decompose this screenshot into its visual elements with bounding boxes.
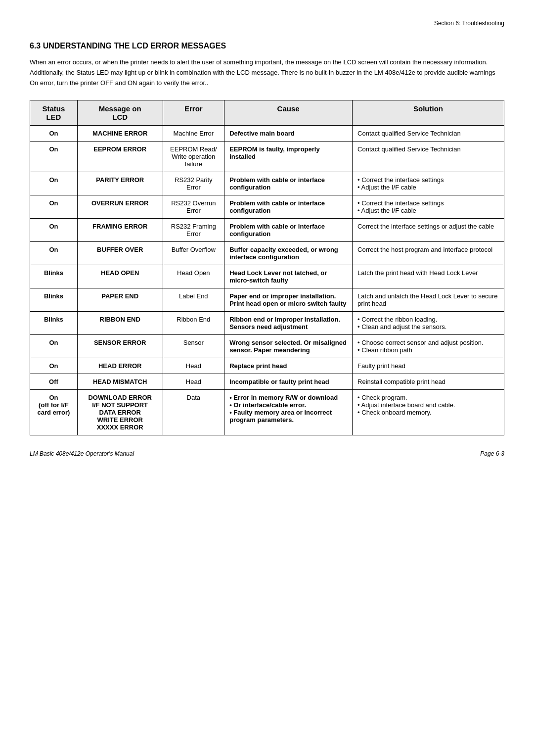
header-cause: Cause — [224, 100, 353, 126]
cell-solution: • Choose correct sensor and adjust posit… — [353, 335, 504, 358]
header-solution: Solution — [353, 100, 504, 126]
table-row: OnMACHINE ERRORMachine ErrorDefective ma… — [30, 126, 504, 142]
footer-right: Page 6-3 — [480, 450, 504, 457]
cell-cause: Problem with cable or interface configur… — [224, 195, 353, 219]
table-row: OnPARITY ERRORRS232 Parity ErrorProblem … — [30, 172, 504, 195]
cell-error: RS232 Parity Error — [163, 172, 224, 195]
cell-status-led: On — [30, 195, 78, 219]
cell-solution: Correct the interface settings or adjust… — [353, 219, 504, 242]
cell-message-lcd: EEPROM ERROR — [77, 142, 163, 172]
table-row: OnSENSOR ERRORSensorWrong sensor selecte… — [30, 335, 504, 358]
cell-error: Data — [163, 390, 224, 435]
cell-cause: Head Lock Lever not latched, or micro-sw… — [224, 265, 353, 288]
table-row: OffHEAD MISMATCHHeadIncompatible or faul… — [30, 374, 504, 390]
error-table: StatusLED Message onLCD Error Cause Solu… — [30, 100, 504, 435]
cell-solution: • Correct the interface settings • Adjus… — [353, 172, 504, 195]
cell-cause: Buffer capacity exceeded, or wrong inter… — [224, 242, 353, 265]
cell-cause: Ribbon end or improper installation. Sen… — [224, 312, 353, 335]
table-row: OnOVERRUN ERRORRS232 Overrun ErrorProble… — [30, 195, 504, 219]
cell-message-lcd: PAPER END — [77, 288, 163, 312]
cell-message-lcd: DOWNLOAD ERROR I/F NOT SUPPORT DATA ERRO… — [77, 390, 163, 435]
table-row: OnBUFFER OVERBuffer OverflowBuffer capac… — [30, 242, 504, 265]
cell-error: RS232 Framing Error — [163, 219, 224, 242]
cell-status-led: On — [30, 126, 78, 142]
cell-solution: Correct the host program and interface p… — [353, 242, 504, 265]
cell-cause: Wrong sensor selected. Or misaligned sen… — [224, 335, 353, 358]
cell-solution: • Correct the ribbon loading. • Clean an… — [353, 312, 504, 335]
cell-message-lcd: OVERRUN ERROR — [77, 195, 163, 219]
table-row: OnFRAMING ERRORRS232 Framing ErrorProble… — [30, 219, 504, 242]
cell-error: Machine Error — [163, 126, 224, 142]
section-title: 6.3 UNDERSTANDING THE LCD ERROR MESSAGES — [30, 42, 504, 50]
cell-solution: Contact qualified Service Technician — [353, 142, 504, 172]
cell-status-led: On (off for I/F card error) — [30, 390, 78, 435]
table-row: OnHEAD ERRORHeadReplace print headFaulty… — [30, 358, 504, 374]
cell-status-led: Off — [30, 374, 78, 390]
cell-message-lcd: BUFFER OVER — [77, 242, 163, 265]
cell-solution: • Check program. • Adjust interface boar… — [353, 390, 504, 435]
header-section: Section 6: Troubleshooting — [30, 20, 504, 27]
section-label: Section 6: Troubleshooting — [434, 20, 504, 27]
footer-left: LM Basic 408e/412e Operator's Manual — [30, 450, 134, 457]
cell-error: Sensor — [163, 335, 224, 358]
cell-status-led: On — [30, 335, 78, 358]
cell-cause: Incompatible or faulty print head — [224, 374, 353, 390]
cell-message-lcd: HEAD ERROR — [77, 358, 163, 374]
cell-error: Head Open — [163, 265, 224, 288]
cell-solution: • Correct the interface settings • Adjus… — [353, 195, 504, 219]
cell-status-led: Blinks — [30, 312, 78, 335]
cell-error: Label End — [163, 288, 224, 312]
header-error: Error — [163, 100, 224, 126]
intro-paragraph: When an error occurs, or when the printe… — [30, 57, 504, 88]
cell-message-lcd: MACHINE ERROR — [77, 126, 163, 142]
cell-status-led: On — [30, 242, 78, 265]
cell-message-lcd: HEAD MISMATCH — [77, 374, 163, 390]
cell-solution: Faulty print head — [353, 358, 504, 374]
cell-cause: • Error in memory R/W or download • Or i… — [224, 390, 353, 435]
cell-cause: Problem with cable or interface configur… — [224, 219, 353, 242]
cell-status-led: On — [30, 358, 78, 374]
table-row: OnEEPROM ERROREEPROM Read/ Write operati… — [30, 142, 504, 172]
cell-error: Ribbon End — [163, 312, 224, 335]
cell-status-led: Blinks — [30, 265, 78, 288]
cell-solution: Contact qualified Service Technician — [353, 126, 504, 142]
table-row: On (off for I/F card error)DOWNLOAD ERRO… — [30, 390, 504, 435]
cell-cause: Paper end or improper installation. Prin… — [224, 288, 353, 312]
cell-cause: EEPROM is faulty, improperly installed — [224, 142, 353, 172]
cell-cause: Replace print head — [224, 358, 353, 374]
cell-error: Buffer Overflow — [163, 242, 224, 265]
cell-cause: Problem with cable or interface configur… — [224, 172, 353, 195]
cell-solution: Reinstall compatible print head — [353, 374, 504, 390]
table-row: BlinksHEAD OPENHead OpenHead Lock Lever … — [30, 265, 504, 288]
cell-message-lcd: RIBBON END — [77, 312, 163, 335]
cell-message-lcd: HEAD OPEN — [77, 265, 163, 288]
header-status-led: StatusLED — [30, 100, 78, 126]
cell-error: EEPROM Read/ Write operation failure — [163, 142, 224, 172]
cell-error: Head — [163, 358, 224, 374]
cell-error: Head — [163, 374, 224, 390]
cell-message-lcd: PARITY ERROR — [77, 172, 163, 195]
cell-message-lcd: FRAMING ERROR — [77, 219, 163, 242]
table-header-row: StatusLED Message onLCD Error Cause Solu… — [30, 100, 504, 126]
cell-cause: Defective main board — [224, 126, 353, 142]
table-row: BlinksRIBBON ENDRibbon EndRibbon end or … — [30, 312, 504, 335]
cell-status-led: On — [30, 219, 78, 242]
cell-error: RS232 Overrun Error — [163, 195, 224, 219]
cell-status-led: On — [30, 142, 78, 172]
cell-solution: Latch and unlatch the Head Lock Lever to… — [353, 288, 504, 312]
cell-status-led: Blinks — [30, 288, 78, 312]
footer: LM Basic 408e/412e Operator's Manual Pag… — [30, 450, 504, 457]
cell-status-led: On — [30, 172, 78, 195]
header-message-lcd: Message onLCD — [77, 100, 163, 126]
cell-message-lcd: SENSOR ERROR — [77, 335, 163, 358]
table-row: BlinksPAPER ENDLabel EndPaper end or imp… — [30, 288, 504, 312]
cell-solution: Latch the print head with Head Lock Leve… — [353, 265, 504, 288]
